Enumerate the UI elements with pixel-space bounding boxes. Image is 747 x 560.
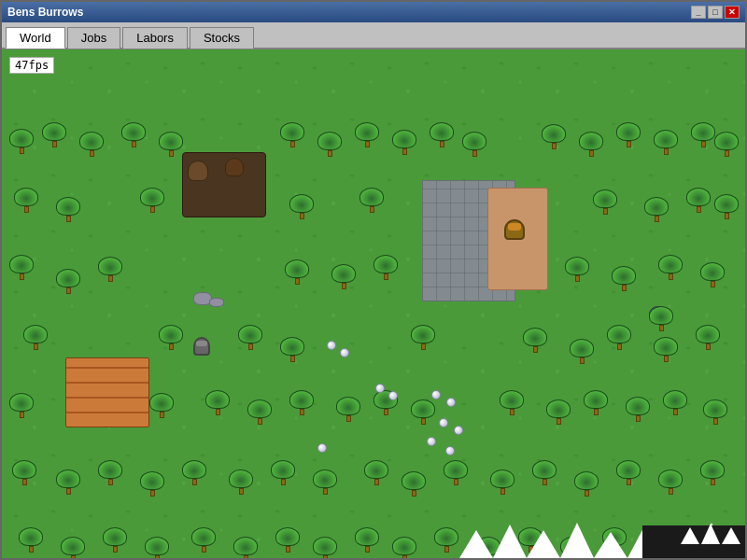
ball-object bbox=[439, 418, 448, 427]
tree bbox=[95, 257, 125, 287]
tab-world[interactable]: World bbox=[6, 27, 65, 49]
ball-object bbox=[454, 426, 463, 435]
tree bbox=[245, 399, 275, 429]
tree bbox=[641, 197, 671, 227]
character-1 bbox=[504, 219, 525, 240]
tree bbox=[7, 393, 36, 423]
tree bbox=[7, 129, 36, 159]
tree bbox=[389, 130, 419, 160]
character-2 bbox=[193, 337, 210, 356]
ball-object bbox=[340, 348, 349, 357]
tree bbox=[698, 460, 727, 490]
tab-jobs[interactable]: Jobs bbox=[67, 27, 120, 49]
fps-counter: 47fps bbox=[9, 57, 54, 74]
tree bbox=[581, 390, 611, 420]
snow-peaks-bottom bbox=[681, 524, 740, 544]
tree bbox=[231, 537, 261, 558]
tree bbox=[700, 399, 730, 429]
ball-object bbox=[317, 443, 327, 453]
tree bbox=[142, 537, 172, 558]
tree bbox=[576, 132, 606, 161]
tree bbox=[137, 188, 167, 217]
rock-2 bbox=[209, 298, 224, 307]
tree bbox=[39, 122, 69, 152]
tree bbox=[95, 460, 125, 490]
tree bbox=[282, 259, 312, 289]
tree bbox=[441, 460, 471, 490]
ball-object bbox=[327, 341, 336, 350]
tree bbox=[357, 188, 387, 217]
tree bbox=[58, 537, 88, 558]
tree bbox=[389, 537, 419, 558]
window-title: Bens Burrows bbox=[7, 6, 83, 19]
tree bbox=[712, 194, 741, 224]
tree bbox=[226, 469, 256, 499]
tab-bar: World Jobs Labors Stocks bbox=[2, 22, 745, 49]
tree bbox=[156, 132, 186, 161]
tree bbox=[529, 460, 559, 490]
tree bbox=[361, 460, 391, 490]
tree bbox=[156, 325, 186, 355]
tree bbox=[660, 390, 690, 420]
tree bbox=[684, 188, 713, 217]
tree bbox=[543, 399, 573, 429]
title-bar: Bens Burrows _ □ ✕ bbox=[2, 2, 745, 22]
tree bbox=[203, 390, 233, 420]
tree bbox=[613, 460, 643, 490]
tree bbox=[352, 527, 382, 557]
tree bbox=[427, 122, 457, 152]
tree bbox=[655, 255, 685, 285]
tree bbox=[9, 460, 39, 490]
tree bbox=[310, 469, 340, 499]
tree bbox=[53, 269, 83, 299]
tree bbox=[189, 527, 218, 557]
close-button[interactable]: ✕ bbox=[725, 6, 740, 19]
game-area[interactable]: 47fps bbox=[2, 49, 745, 558]
tree bbox=[287, 390, 317, 420]
tree bbox=[333, 397, 363, 427]
tree bbox=[315, 132, 345, 161]
ball-object bbox=[427, 437, 436, 446]
minimize-button[interactable]: _ bbox=[691, 6, 706, 19]
ball-object bbox=[445, 446, 455, 455]
tree bbox=[277, 337, 307, 367]
tree bbox=[712, 132, 741, 161]
tree bbox=[646, 306, 676, 336]
tree bbox=[16, 527, 46, 557]
ball-object bbox=[446, 398, 456, 407]
tree bbox=[11, 188, 41, 217]
tree bbox=[277, 122, 307, 152]
ball-object bbox=[375, 384, 385, 393]
tree bbox=[399, 471, 429, 501]
tree bbox=[408, 399, 438, 429]
ball-object bbox=[431, 390, 441, 399]
tree bbox=[77, 132, 106, 161]
tree bbox=[408, 325, 438, 355]
tree bbox=[21, 325, 50, 355]
tab-stocks[interactable]: Stocks bbox=[190, 27, 254, 49]
tree bbox=[352, 122, 382, 152]
tree bbox=[655, 469, 685, 499]
tree bbox=[53, 197, 83, 227]
tree bbox=[179, 460, 209, 490]
dark-tree-zone bbox=[182, 152, 266, 217]
tree bbox=[147, 393, 176, 423]
tree bbox=[567, 339, 597, 369]
tree bbox=[520, 328, 550, 357]
main-window: Bens Burrows _ □ ✕ World Jobs Labors Sto… bbox=[0, 0, 747, 560]
tree bbox=[571, 471, 601, 501]
mountains-bottom bbox=[459, 516, 652, 558]
wood-planks bbox=[65, 357, 149, 427]
tab-labors[interactable]: Labors bbox=[122, 27, 188, 49]
tree bbox=[100, 527, 130, 557]
maximize-button[interactable]: □ bbox=[708, 6, 723, 19]
tree bbox=[235, 325, 265, 355]
tree bbox=[609, 266, 639, 296]
tree bbox=[273, 527, 303, 557]
tree bbox=[310, 537, 340, 558]
tree bbox=[371, 255, 401, 285]
tree bbox=[287, 194, 317, 224]
tree bbox=[431, 527, 461, 557]
tree bbox=[693, 325, 723, 355]
tree bbox=[329, 264, 359, 294]
